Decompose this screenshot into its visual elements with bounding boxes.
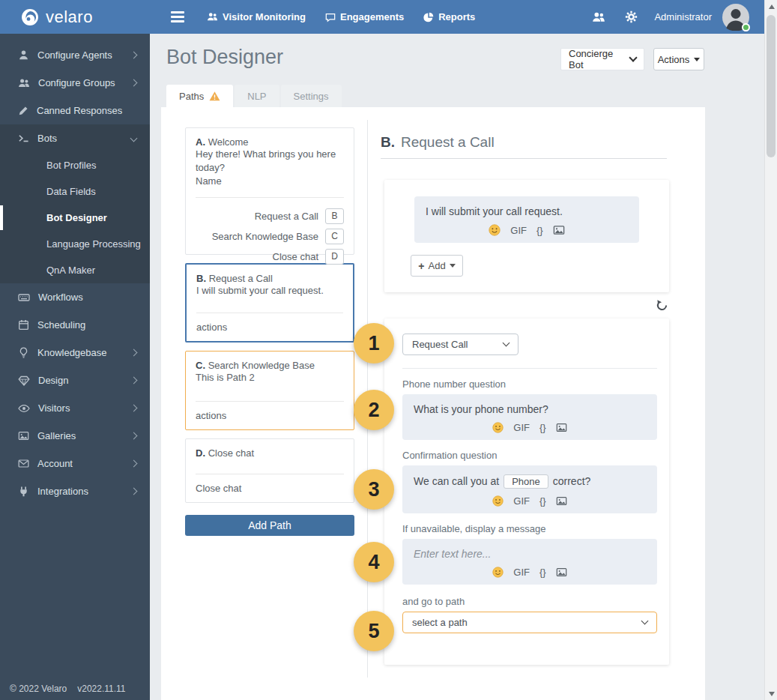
unavailable-message-editor[interactable]: Enter text here... GIF {} [402, 539, 657, 585]
sidebar-item-label: Integrations [37, 486, 131, 497]
sidebar-item-canned-responses[interactable]: Canned Responses [0, 97, 150, 124]
sidebar-item-knowledgebase[interactable]: Knowledgebase [0, 339, 150, 366]
scroll-up-arrow[interactable] [765, 0, 777, 13]
message-editor[interactable]: I will submit your call request. GIF {} [414, 196, 639, 243]
sidebar-item-language-processing[interactable]: Language Processing [0, 231, 150, 257]
phone-variable-chip[interactable]: Phone [504, 474, 548, 489]
warning-icon [209, 91, 220, 102]
go-to-path-select[interactable]: select a path [402, 612, 657, 633]
path-card-a[interactable]: A. Welcome Hey there! What brings you he… [185, 127, 354, 255]
path-body: Hey there! What brings you here today? [196, 148, 344, 175]
link-label: Request a Call [255, 211, 318, 222]
sidebar-item-qna-maker[interactable]: QnA Maker [0, 257, 150, 283]
sidebar-item-data-fields[interactable]: Data Fields [0, 178, 150, 205]
sidebar-item-workflows[interactable]: Workflows [0, 283, 150, 311]
bot-select[interactable]: Concierge Bot [560, 48, 644, 70]
emoji-icon[interactable] [489, 224, 501, 236]
editor-toolbar: GIF {} [414, 495, 646, 507]
nav-visitor-monitoring[interactable]: Visitor Monitoring [207, 11, 306, 22]
undo-icon[interactable] [656, 299, 668, 312]
action-type-select[interactable]: Request Call [402, 334, 518, 355]
divider [381, 158, 667, 159]
path-link-close-chat[interactable]: Close chat D [196, 249, 344, 265]
gif-button[interactable]: GIF [513, 422, 530, 433]
sidebar-item-account[interactable]: Account [0, 450, 150, 477]
scroll-down-arrow[interactable] [765, 687, 777, 700]
action-form-card: Request Call Phone number question What … [384, 319, 669, 665]
path-link-search-knowledge-base[interactable]: Search Knowledge Base C [196, 229, 344, 244]
nav-label: Engagements [340, 11, 404, 22]
vertical-scrollbar[interactable] [764, 0, 777, 700]
path-body: This is Path 2 [196, 371, 344, 384]
link-label: Close chat [273, 251, 318, 262]
path-card-b-selected[interactable]: B. Request a Call I will submit your cal… [185, 263, 354, 343]
gif-button[interactable]: GIF [510, 225, 527, 236]
brand[interactable]: velaro [0, 7, 150, 27]
path-badge: C [325, 229, 344, 244]
image-icon[interactable] [556, 567, 567, 578]
sidebar-item-configure-groups[interactable]: Configure Groups [0, 69, 150, 97]
add-path-button[interactable]: Add Path [185, 515, 354, 536]
path-title: Request a Call [209, 273, 273, 284]
variables-button[interactable]: {} [536, 225, 543, 236]
page-title: Bot Designer [166, 46, 283, 69]
sidebar-item-design[interactable]: Design [0, 366, 150, 394]
sidebar-item-label: Configure Groups [38, 77, 131, 88]
hamburger-menu-icon[interactable] [166, 7, 189, 27]
path-body: I will submit your call request. [196, 284, 343, 298]
settings-gear-icon[interactable] [625, 10, 638, 23]
sidebar-subitem-label: Bot Profiles [46, 160, 96, 171]
gif-button[interactable]: GIF [513, 495, 530, 507]
gif-button[interactable]: GIF [513, 567, 530, 578]
envelope-icon [18, 458, 29, 469]
sidebar-item-scheduling[interactable]: Scheduling [0, 311, 150, 339]
nav-reports[interactable]: Reports [423, 11, 475, 22]
emoji-icon[interactable] [492, 422, 504, 433]
sidebar-item-bot-designer[interactable]: Bot Designer [0, 205, 150, 231]
chevron-down-icon [641, 618, 649, 625]
phone-question-editor[interactable]: What is your phone number? GIF {} [402, 394, 657, 440]
agents-icon[interactable] [592, 10, 605, 24]
chevron-right-icon [130, 349, 138, 357]
go-to-path-value: select a path [412, 617, 468, 628]
add-message-button[interactable]: + Add [411, 255, 463, 277]
actions-button[interactable]: Actions [653, 48, 704, 70]
path-footer: actions [196, 322, 343, 333]
image-icon[interactable] [556, 495, 567, 507]
variables-button[interactable]: {} [539, 567, 546, 578]
variables-button[interactable]: {} [539, 422, 546, 433]
sidebar-item-integrations[interactable]: Integrations [0, 477, 150, 505]
sidebar-item-label: Account [37, 458, 131, 469]
tab-paths[interactable]: Paths [166, 85, 233, 107]
tab-settings[interactable]: Settings [281, 85, 342, 107]
path-link-request-a-call[interactable]: Request a Call B [196, 208, 344, 224]
image-icon[interactable] [556, 422, 567, 433]
sidebar-item-label: Scheduling [37, 319, 138, 331]
message-text: I will submit your call request. [426, 205, 628, 217]
path-letter: A. [196, 136, 205, 148]
paths-panel: A. Welcome Hey there! What brings you he… [161, 107, 705, 700]
sidebar-item-bots[interactable]: Bots [0, 124, 150, 152]
avatar[interactable] [722, 4, 749, 31]
sidebar-item-label: Workflows [38, 292, 138, 303]
emoji-icon[interactable] [492, 567, 504, 578]
image-icon[interactable] [553, 224, 565, 236]
path-letter: B. [196, 273, 206, 284]
path-card-d[interactable]: D. Close chat Close chat [185, 438, 354, 503]
variables-button[interactable]: {} [539, 495, 546, 507]
emoji-icon[interactable] [492, 495, 504, 507]
tab-nlp[interactable]: NLP [235, 85, 279, 107]
sidebar-item-visitors[interactable]: Visitors [0, 394, 150, 422]
actions-label: Actions [658, 54, 690, 65]
sidebar: Configure Agents Configure Groups Canned… [0, 34, 150, 700]
tab-label: Paths [179, 91, 204, 102]
active-indicator [0, 205, 3, 230]
sidebar-item-bot-profiles[interactable]: Bot Profiles [0, 152, 150, 178]
scrollbar-thumb[interactable] [767, 15, 776, 157]
sidebar-item-configure-agents[interactable]: Configure Agents [0, 41, 150, 69]
chevron-right-icon [130, 460, 138, 468]
sidebar-item-galleries[interactable]: Galleries [0, 422, 150, 450]
nav-engagements[interactable]: Engagements [325, 11, 404, 22]
confirmation-question-editor[interactable]: We can call you atPhonecorrect? GIF {} [402, 465, 657, 513]
path-card-c-warning[interactable]: C. Search Knowledge Base This is Path 2 … [185, 351, 354, 430]
